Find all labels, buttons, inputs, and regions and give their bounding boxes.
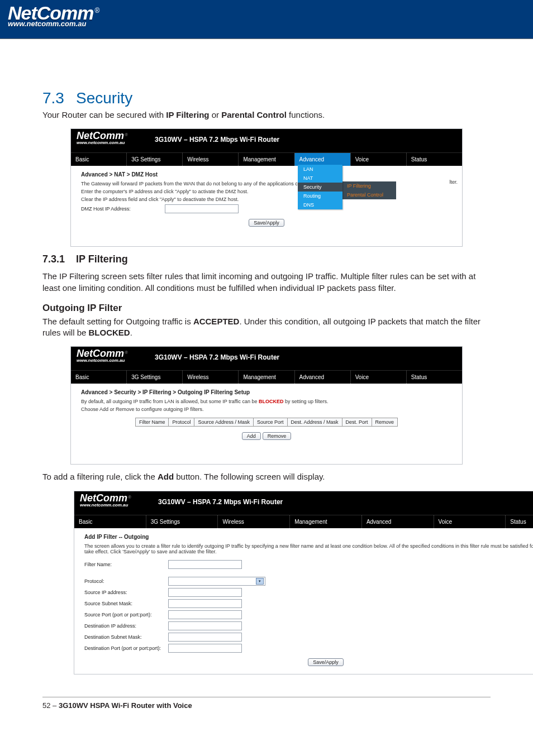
page-footer: 52 – 3G10WV HSPA Wi-Fi Router with Voice (0, 701, 533, 710)
tab-row: Basic 3G Settings Wireless Management Ad… (74, 515, 533, 528)
registered-icon: ® (125, 350, 128, 355)
tab-wireless[interactable]: Wireless (182, 153, 238, 166)
tab-3g-settings[interactable]: 3G Settings (126, 153, 182, 166)
footer-sep: – (50, 701, 58, 710)
input-srcmask[interactable] (168, 599, 242, 608)
button-row: Save/Apply (81, 219, 452, 227)
brand-block: NetComm® www.netcomm.com.au (8, 4, 98, 30)
row-dstip: Destination IP address: (84, 621, 533, 630)
tab-voice[interactable]: Voice (434, 515, 506, 528)
outgoing-heading: Outgoing IP Filter (42, 303, 491, 314)
footer-product: 3G10WV HSPA Wi-Fi Router with Voice (59, 701, 192, 710)
menu-security[interactable]: Security (298, 183, 342, 192)
brand-url: www.netcomm.com.au (8, 20, 98, 28)
tab-status[interactable]: Status (406, 153, 462, 166)
row-filtername: Filter Name: (84, 560, 533, 569)
tab-row: Basic 3G Settings Wireless Management Ad… (71, 370, 462, 384)
tab-advanced[interactable]: Advanced (294, 153, 350, 166)
remove-button[interactable]: Remove (263, 432, 292, 440)
save-apply-button[interactable]: Save/Apply (308, 658, 344, 666)
page-content: 7.3Security Your Router can be secured w… (0, 39, 533, 674)
tab-basic[interactable]: Basic (71, 371, 126, 384)
col-dest-addr: Dest. Address / Mask (287, 418, 342, 427)
text: By default, all outgoing IP traffic from… (81, 399, 259, 404)
brand-logo-text: NetComm (8, 4, 94, 22)
tab-management[interactable]: Management (238, 153, 294, 166)
tab-management[interactable]: Management (238, 371, 294, 384)
desc-line-1: The Gateway will forward IP packets from… (81, 181, 452, 186)
breadcrumb: Advanced > Security > IP Filtering > Out… (81, 389, 452, 395)
label-srcport: Source Port (port or port:port): (84, 612, 168, 618)
tab-voice[interactable]: Voice (350, 371, 406, 384)
breadcrumb: Advanced > NAT > DMZ Host (81, 171, 452, 178)
row-dstmask: Destination Subnet Mask: (84, 633, 533, 642)
text: by setting up filters. (284, 399, 329, 404)
menu-nat[interactable]: NAT (298, 174, 342, 183)
input-dstmask[interactable] (168, 633, 242, 642)
input-dstport[interactable] (168, 644, 242, 653)
shot-brand: NetComm (77, 131, 124, 140)
footer-rule (42, 697, 491, 698)
tab-wireless[interactable]: Wireless (217, 515, 289, 528)
col-src-port: Source Port (254, 418, 288, 427)
blocked-red: BLOCKED (259, 399, 284, 404)
tab-basic[interactable]: Basic (74, 515, 146, 528)
menu-dns[interactable]: DNS (298, 200, 342, 209)
shot-body: Advanced > NAT > DMZ Host The Gateway wi… (71, 166, 462, 246)
select-protocol[interactable]: ▾ (168, 577, 265, 586)
section-title: Security (76, 89, 132, 107)
page-header: NetComm® www.netcomm.com.au (0, 0, 533, 39)
subsection-number: 7.3.1 (42, 253, 76, 265)
tab-status[interactable]: Status (406, 371, 462, 384)
row-dstport: Destination Port (port or port:port): (84, 644, 533, 653)
input-dstip[interactable] (168, 621, 242, 630)
desc-line-2: Enter the computer's IP address and clic… (81, 189, 452, 194)
screenshot-dmz: NetComm® www.netcomm.com.au 3G10WV – HSP… (70, 128, 463, 247)
screenshot-header: NetComm® www.netcomm.com.au 3G10WV – HSP… (74, 491, 533, 515)
tab-advanced[interactable]: Advanced (361, 515, 434, 528)
row-protocol: Protocol: ▾ (84, 577, 533, 586)
submenu-ip-filtering[interactable]: IP Filtering (342, 181, 396, 190)
chevron-down-icon: ▾ (256, 578, 264, 585)
tab-management[interactable]: Management (289, 515, 361, 528)
shot-brand: NetComm (80, 494, 127, 503)
button-row: Save/Apply (84, 658, 533, 666)
subsection-para: The IP Filtering screen sets filter rule… (42, 271, 491, 294)
save-apply-button[interactable]: Save/Apply (249, 219, 284, 227)
screenshot-header: NetComm® www.netcomm.com.au 3G10WV – HSP… (71, 129, 462, 152)
text: The default setting for Outgoing traffic… (42, 317, 193, 326)
menu-lan[interactable]: LAN (298, 165, 342, 174)
input-srcport[interactable] (168, 610, 242, 619)
shot-title: 3G10WV – HSPA 7.2 Mbps Wi-Fi Router (155, 353, 279, 361)
tab-advanced[interactable]: Advanced (294, 371, 350, 384)
page-number: 52 (42, 701, 50, 710)
advanced-dropdown[interactable]: LAN NAT Security Routing DNS (298, 165, 342, 209)
ip-filtering-bold: IP Filtering (166, 110, 209, 119)
tab-status[interactable]: Status (505, 515, 533, 528)
col-remove: Remove (372, 418, 398, 427)
text: Your Router can be secured with (42, 110, 166, 119)
tab-basic[interactable]: Basic (71, 153, 126, 166)
label-protocol: Protocol: (84, 578, 168, 584)
input-filtername[interactable] (168, 560, 242, 569)
tab-3g-settings[interactable]: 3G Settings (146, 515, 218, 528)
col-dest-port: Dest. Port (342, 418, 372, 427)
col-src-addr: Source Address / Mask (194, 418, 254, 427)
tab-3g-settings[interactable]: 3G Settings (126, 371, 182, 384)
button-row: Add Remove (81, 432, 452, 440)
desc-line-2: Choose Add or Remove to configure outgoi… (81, 406, 452, 412)
tab-voice[interactable]: Voice (350, 153, 406, 166)
text: button. The following screen will displa… (174, 472, 325, 481)
input-srcip[interactable] (168, 588, 242, 597)
submenu-parental-control[interactable]: Parental Control (342, 190, 396, 199)
menu-routing[interactable]: Routing (298, 192, 342, 200)
text: or (209, 110, 221, 119)
dmz-ip-input[interactable] (165, 204, 239, 213)
security-submenu[interactable]: IP Filtering Parental Control (342, 181, 396, 199)
screenshot-outgoing-setup: NetComm® www.netcomm.com.au 3G10WV – HSP… (70, 346, 463, 465)
add-button[interactable]: Add (242, 432, 261, 440)
registered-icon: ® (95, 7, 100, 15)
shot-brand: NetComm (77, 349, 124, 358)
section-number: 7.3 (42, 89, 76, 107)
tab-wireless[interactable]: Wireless (182, 371, 238, 384)
